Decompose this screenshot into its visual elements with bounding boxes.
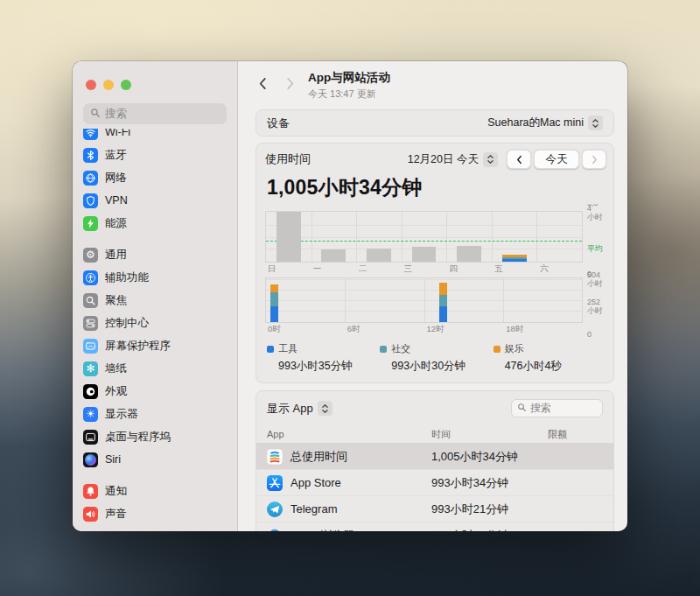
apps-search-input[interactable]: 搜索 xyxy=(511,399,603,417)
sidebar-search-input[interactable]: 搜索 xyxy=(83,103,227,124)
sidebar-item-label: Siri xyxy=(105,453,121,466)
next-day-button[interactable] xyxy=(582,150,606,169)
hourly-chart-hour-labels: 0时6时12时18时 xyxy=(265,323,583,334)
sidebar-item-声音[interactable]: 声音 xyxy=(73,502,237,525)
legend-color-swatch xyxy=(267,346,274,353)
sidebar-item-蓝牙[interactable]: 蓝牙 xyxy=(73,144,237,166)
sidebar-item-Wi-Fi[interactable]: Wi-Fi xyxy=(73,129,237,144)
sidebar-item-桌面与程序坞[interactable]: 桌面与程序坞 xyxy=(73,425,237,448)
sidebar-item-通用[interactable]: ⚙通用 xyxy=(73,243,237,266)
weekly-bar-二 xyxy=(367,249,391,262)
sidebar-item-显示器[interactable]: ☀显示器 xyxy=(73,403,237,425)
sidebar-item-label: 显示器 xyxy=(105,407,138,422)
average-tick-label: 平均 xyxy=(587,244,603,253)
weekly-bar-五 xyxy=(502,255,527,262)
telegram-icon xyxy=(267,501,283,517)
sidebar-group: 通知声音 xyxy=(73,480,237,525)
app-row-Safari浏览器[interactable]: Safari浏览器952小时54分钟 xyxy=(256,522,613,531)
magnifier-icon xyxy=(83,293,98,308)
forward-button[interactable] xyxy=(280,73,301,94)
minimize-button[interactable] xyxy=(103,80,114,90)
flower-icon: ✻ xyxy=(83,361,98,376)
sidebar-item-外观[interactable]: 外观 xyxy=(73,380,237,403)
legend-category-time: 476小时4秒 xyxy=(505,359,606,374)
date-dropdown-value: 12月20日 今天 xyxy=(408,152,479,167)
device-dropdown[interactable]: Suehara的Mac mini xyxy=(487,116,603,130)
weekly-bar-日 xyxy=(276,212,301,262)
app-row-App Store[interactable]: App Store993小时34分钟 xyxy=(256,470,613,496)
content-scroll-area: 设备 Suehara的Mac mini 使用时间 12月20日 今天 xyxy=(238,105,627,531)
hour-label: 18时 xyxy=(506,324,523,335)
sidebar-group: Wi-Fi蓝牙网络VPN能源 xyxy=(73,129,237,235)
legend-category-time: 993小时30分钟 xyxy=(391,359,493,374)
average-line xyxy=(266,241,582,242)
sidebar-list: Wi-Fi蓝牙网络VPN能源⚙通用辅助功能聚焦控制中心屏幕保护程序✻墙纸外观☀显… xyxy=(73,129,237,531)
sidebar-item-label: 聚焦 xyxy=(105,293,127,308)
desktop-dock-icon xyxy=(83,430,98,445)
sidebar-item-label: 通知 xyxy=(105,484,127,499)
sidebar-item-label: 声音 xyxy=(105,507,127,522)
search-icon xyxy=(517,403,527,415)
sidebar-item-墙纸[interactable]: ✻墙纸 xyxy=(73,357,237,380)
day-label: 四 xyxy=(449,263,458,275)
system-settings-window: 搜索 Wi-Fi蓝牙网络VPN能源⚙通用辅助功能聚焦控制中心屏幕保护程序✻墙纸外… xyxy=(73,61,627,531)
sidebar-item-label: 屏幕保护程序 xyxy=(105,339,171,354)
speaker-icon xyxy=(83,507,98,522)
legend-item-社交: 社交993小时30分钟 xyxy=(380,342,493,374)
back-button[interactable] xyxy=(252,73,273,94)
sidebar-item-通知[interactable]: 通知 xyxy=(73,480,237,502)
legend-category-name: 娱乐 xyxy=(505,342,524,355)
sidebar-item-Siri[interactable]: Siri xyxy=(73,448,237,471)
hourly-usage-chart: 0时6时12时18时 504 小时252 小时0 xyxy=(265,277,606,334)
weekly-chart-day-labels: 日一二三四五六 xyxy=(265,263,583,274)
usage-section-label: 使用时间 xyxy=(265,151,311,167)
sidebar-item-VPN[interactable]: VPN xyxy=(73,189,237,212)
page-updated-timestamp: 今天 13:47 更新 xyxy=(308,88,390,101)
column-header-App[interactable]: App xyxy=(256,429,431,439)
app-time: 1,005小时34分钟 xyxy=(431,449,548,465)
sidebar-item-控制中心[interactable]: 控制中心 xyxy=(73,312,237,334)
today-button[interactable]: 今天 xyxy=(534,150,579,169)
main-header: App与网站活动 今天 13:47 更新 xyxy=(238,61,627,105)
legend-item-娱乐: 娱乐476小时4秒 xyxy=(494,342,606,374)
device-dropdown-value: Suehara的Mac mini xyxy=(487,116,584,130)
app-row-Telegram[interactable]: Telegram993小时21分钟 xyxy=(256,496,613,522)
appearance-icon xyxy=(83,384,98,399)
hourly-chart-plot xyxy=(265,277,583,323)
weekly-chart-y-axis: 5,0 4 小时0平均 xyxy=(583,211,606,274)
sidebar-item-label: 外观 xyxy=(105,384,127,399)
legend-category-name: 社交 xyxy=(391,342,410,355)
y-tick-label: 252 小时 xyxy=(587,298,603,316)
sidebar-item-辅助功能[interactable]: 辅助功能 xyxy=(73,266,237,289)
weekly-bar-三 xyxy=(412,247,437,262)
screensaver-icon xyxy=(83,339,98,354)
sidebar-item-能源[interactable]: 能源 xyxy=(73,212,237,235)
sidebar-item-label: 蓝牙 xyxy=(105,148,127,163)
sidebar-item-label: 辅助功能 xyxy=(105,270,149,285)
weekly-bar-一 xyxy=(321,249,346,262)
y-tick-label: 0 xyxy=(587,330,592,339)
app-row-总使用时间[interactable]: 总使用时间1,005小时34分钟 xyxy=(256,444,613,470)
sidebar-item-聚焦[interactable]: 聚焦 xyxy=(73,289,237,312)
zoom-button[interactable] xyxy=(121,80,131,90)
bell-icon xyxy=(83,484,98,499)
gear-icon: ⚙ xyxy=(83,248,98,263)
toggles-icon xyxy=(83,316,98,331)
show-app-dropdown[interactable]: 显示 App xyxy=(267,401,332,417)
column-header-时间[interactable]: 时间 xyxy=(431,428,548,441)
hourly-bar-12时 xyxy=(439,283,447,322)
sidebar-item-label: 墙纸 xyxy=(105,361,127,376)
date-dropdown[interactable]: 12月20日 今天 xyxy=(408,152,498,167)
page-title: App与网站活动 xyxy=(308,70,390,86)
sidebar-item-网络[interactable]: 网络 xyxy=(73,166,237,189)
prev-day-button[interactable] xyxy=(507,150,531,169)
column-header-限额[interactable]: 限额 xyxy=(548,428,613,441)
close-button[interactable] xyxy=(86,80,96,90)
safari-icon xyxy=(267,528,283,532)
sidebar-item-屏幕保护程序[interactable]: 屏幕保护程序 xyxy=(73,334,237,357)
total-usage-time: 1,005小时34分钟 xyxy=(267,174,606,201)
weekly-usage-chart: 日一二三四五六 5,0 4 小时0平均 xyxy=(265,211,606,274)
chevron-updown-icon xyxy=(588,116,603,130)
sidebar-item-label: 网络 xyxy=(105,171,127,186)
chevron-updown-icon xyxy=(318,401,332,416)
